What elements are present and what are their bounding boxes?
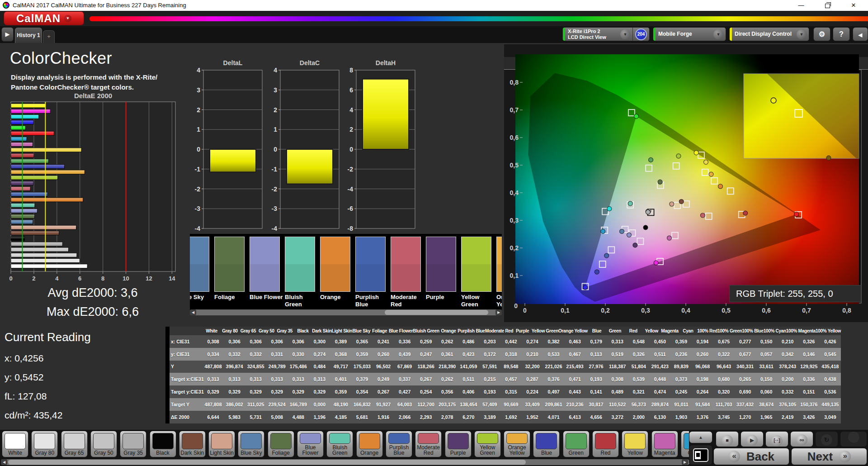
patch-button-gray-80[interactable]: Gray 80 <box>31 431 58 457</box>
patch-button-dark-skin[interactable]: Dark Skin <box>179 431 206 457</box>
minimize-button[interactable]: — <box>791 0 811 11</box>
table-cell: 0,193 <box>585 376 607 382</box>
add-tab-button[interactable]: + <box>43 30 55 43</box>
patch-button-green[interactable]: Green <box>563 431 590 457</box>
table-cell: 141,059 <box>458 364 479 369</box>
cie-1931-chart: 0,8 0,7 0,6 0,5 0,4 0,3 0,2 0,1 0 0,1 0,… <box>504 44 868 322</box>
patch-button-gray-65[interactable]: Gray 65 <box>61 431 88 457</box>
next-button[interactable]: Next » <box>791 448 867 465</box>
patch-button-red[interactable]: Red <box>592 431 619 457</box>
svg-text:0,3: 0,3 <box>510 217 519 224</box>
workflow-dropdown[interactable]: Direct Display Control ▼ <box>729 27 809 41</box>
patch-button-light-skin[interactable]: Light Skin <box>208 431 235 457</box>
patch-button-magenta[interactable]: Magenta <box>651 431 678 457</box>
calman-logo: CalMAN <box>16 12 61 25</box>
svg-text:2: 2 <box>349 126 353 133</box>
source-dropdown[interactable]: Mobile Forge ▼ <box>653 27 726 41</box>
table-cell: 0,467 <box>564 352 585 357</box>
patch-button-blue[interactable]: Blue <box>533 431 560 457</box>
table-cell: 175,033 <box>351 364 373 369</box>
step-read-button[interactable]: [··] <box>765 431 788 447</box>
calman-menu-button[interactable]: CalMAN ▼ <box>4 11 84 25</box>
table-cell: 2,293 <box>415 414 437 420</box>
extra-slot-button[interactable] <box>840 431 867 447</box>
table-cell: 0,382 <box>543 339 564 344</box>
collapse-tray-button[interactable]: ▲ <box>689 431 712 443</box>
row-label: Y <box>170 364 203 369</box>
patch-button-orange-yellow[interactable]: Orange Yellow <box>504 431 530 457</box>
patch-button-gray-35[interactable]: Gray 35 <box>120 431 146 457</box>
patch-button-blue-flower[interactable]: Blue Flower <box>297 431 324 457</box>
patch-button-foliage[interactable]: Foliage <box>268 431 294 457</box>
patch-button-white[interactable]: White <box>2 431 28 457</box>
svg-text:0: 0 <box>274 146 277 153</box>
patch-button-label: Dark Skin <box>179 450 205 457</box>
help-button[interactable]: ? <box>833 27 850 41</box>
svg-text:1: 1 <box>197 126 200 133</box>
stop-icon: ■ <box>722 435 733 446</box>
table-cell: 0,359 <box>351 352 373 357</box>
column-header-100pct-green: 100% Green <box>717 328 742 333</box>
table-cell: 0,342 <box>777 352 798 357</box>
settings-button[interactable]: ⚙ <box>813 27 830 41</box>
table-cell: 0,113 <box>585 352 607 357</box>
patch-button-yellow[interactable]: Yellow <box>622 431 648 457</box>
scroll-thumb[interactable] <box>385 310 488 315</box>
table-row: Target x:CIE310,3130,3130,3130,3130,3130… <box>165 373 841 385</box>
tab-history-1[interactable]: History 1 <box>15 28 42 43</box>
patch-button-purplish-blue[interactable]: Purplish Blue <box>386 431 412 457</box>
table-cell: 1,965 <box>756 414 777 420</box>
table-cell: 64,003 <box>394 402 415 407</box>
svg-text:-2: -2 <box>348 166 354 173</box>
patch-button-gray-50[interactable]: Gray 50 <box>90 431 117 457</box>
preview-swatch-purplish-blue <box>355 237 386 292</box>
table-cell: 0,442 <box>500 339 522 344</box>
table-cell: 0,373 <box>670 376 692 382</box>
meter-count-badge[interactable]: 204 <box>635 29 647 40</box>
cie-measured-yellow-green <box>676 154 681 158</box>
table-cell: 0,463 <box>564 339 585 344</box>
table-cell: 0,321 <box>628 389 649 395</box>
tab-nav-button[interactable]: ▶ <box>1 27 14 42</box>
patch-button-purple[interactable]: Purple <box>445 431 472 457</box>
patch-color-chip <box>388 433 410 444</box>
scroll-left-icon[interactable]: ◀ <box>190 309 196 315</box>
refresh-button[interactable]: ↻ <box>815 431 838 447</box>
table-cell: 96,068 <box>692 364 713 369</box>
patch-button-yellow-green[interactable]: Yellow Green <box>474 431 501 457</box>
scroll-right-icon[interactable]: ▶ <box>495 309 502 315</box>
stop-button[interactable]: ■ <box>716 431 739 447</box>
svg-text:-8: -8 <box>348 225 354 232</box>
patch-button-cyan[interactable]: Cyan <box>681 431 689 457</box>
chevron-down-icon: ▼ <box>64 15 71 22</box>
table-cell: 487,808 <box>203 364 224 369</box>
play-button[interactable]: ▶ <box>741 431 764 447</box>
reading-cdm2: cd/m²: 435,42 <box>5 410 62 421</box>
close-button[interactable]: ✕ <box>843 0 864 11</box>
meter-dropdown[interactable]: X-Rite i1Pro 2 LCD Direct View ▼ 204 <box>562 27 650 41</box>
patch-button-orange[interactable]: Orange <box>356 431 383 457</box>
patch-button-blue-sky[interactable]: Blue Sky <box>238 431 264 457</box>
continuous-read-button[interactable]: ∞ <box>790 431 813 447</box>
scroll-right-icon[interactable]: ▶ <box>682 459 688 465</box>
collapse-panel-button[interactable]: ◀ <box>853 27 868 41</box>
patch-button-label: Light Skin <box>209 450 235 457</box>
patch-strip-scrollbar[interactable]: ◀ ▶ <box>190 309 502 315</box>
row-label: Target x:CIE31 <box>170 376 203 382</box>
table-row: x: CIE310,3080,3060,3060,3060,3060,3000,… <box>165 335 841 348</box>
patch-row-scrollbar[interactable]: ◀ ▶ <box>1 459 690 465</box>
maximize-button[interactable] <box>817 0 838 11</box>
cie-measured-black <box>643 225 648 230</box>
patch-color-chip <box>300 433 321 444</box>
pattern-window-button[interactable] <box>689 445 712 465</box>
table-cell: 110,522 <box>607 402 628 407</box>
scroll-thumb[interactable] <box>8 460 526 465</box>
scroll-left-icon[interactable]: ◀ <box>1 459 7 465</box>
table-cell: 4,488 <box>288 414 309 420</box>
back-button[interactable]: « Back <box>713 448 789 465</box>
patch-button-moderate-red[interactable]: Moderate Red <box>415 431 442 457</box>
svg-text:0,1: 0,1 <box>561 307 570 314</box>
table-cell: 0,265 <box>735 376 756 382</box>
patch-button-bluish-green[interactable]: Bluish Green <box>326 431 353 457</box>
patch-button-black[interactable]: Black <box>150 431 176 457</box>
